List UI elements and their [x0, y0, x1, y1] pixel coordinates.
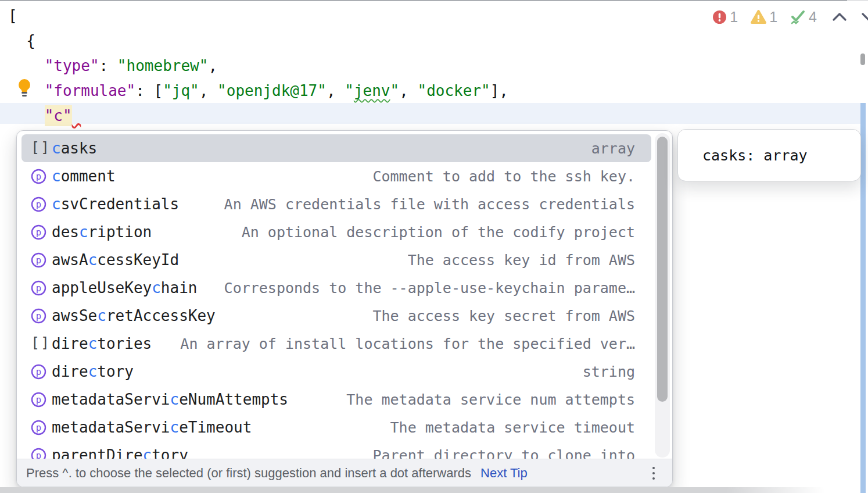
code-token: "formulae"	[45, 82, 136, 99]
code-token: "	[345, 82, 354, 99]
warning-icon[interactable]	[751, 10, 766, 24]
completion-item-parentDirectory[interactable]: p parentDirectory Parent directory to cl…	[21, 441, 651, 460]
completion-item-hint: The metadata service num attempts	[346, 391, 635, 408]
svg-text:p: p	[36, 283, 41, 294]
completion-item-comment[interactable]: p comment Comment to add to the ssh key.	[21, 162, 651, 190]
property-icon: p	[31, 280, 46, 296]
svg-text:p: p	[36, 199, 41, 210]
code-token: :	[99, 57, 117, 74]
completion-list: [] casks array p comment Comment to add …	[17, 131, 672, 460]
footer-tip-text: Press ^. to choose the selected (or firs…	[26, 466, 471, 481]
next-tip-link[interactable]: Next Tip	[480, 466, 528, 481]
completion-item-hint: The access key id from AWS	[408, 252, 635, 269]
code-token	[8, 107, 45, 124]
code-token: ,	[199, 82, 217, 99]
completion-item-label: description	[52, 223, 152, 241]
code-line[interactable]: "c"	[8, 103, 508, 128]
property-icon: p	[31, 364, 46, 380]
property-icon: p	[31, 308, 46, 324]
property-icon: p	[31, 169, 46, 184]
warning-count: 1	[769, 9, 777, 26]
completion-item-label: appleUseKeychain	[52, 279, 197, 296]
ok-count: 4	[809, 9, 817, 26]
completion-item-hint: An AWS credentials file with access cred…	[224, 196, 635, 213]
completion-popup: [] casks array p comment Comment to add …	[16, 130, 673, 487]
code-line[interactable]: {	[8, 28, 508, 53]
completion-item-hint: Corresponds to the --apple-use-keychain …	[224, 280, 635, 296]
svg-text:p: p	[36, 395, 41, 405]
completion-item-label: awsSecretAccessKey	[52, 307, 216, 324]
window-top-border	[0, 0, 847, 1]
completion-item-csvCredentials[interactable]: p csvCredentials An AWS credentials file…	[21, 190, 651, 218]
code-token: "homebrew"	[117, 57, 209, 74]
completion-item-label: csvCredentials	[52, 195, 179, 213]
property-icon: p	[31, 197, 46, 212]
code-token: ,	[327, 82, 345, 99]
completion-item-hint: Parent directory to clone into	[372, 447, 635, 460]
inspections-widget[interactable]: 1 1 4	[700, 8, 868, 26]
completion-item-label: casks	[52, 140, 97, 157]
property-icon: p	[31, 252, 46, 268]
property-icon: p	[31, 224, 46, 240]
code-token: ],	[490, 82, 508, 99]
code-token: ,	[399, 82, 417, 99]
svg-text:p: p	[36, 423, 41, 433]
code-token: jenv	[354, 82, 390, 99]
array-icon: []	[31, 139, 51, 156]
code-token: : [	[135, 82, 163, 99]
code-token: "openjdk@17"	[217, 82, 327, 99]
doc-popup-text: casks: array	[678, 147, 808, 164]
editor-code-area[interactable]: [ { "type": "homebrew", "formulae": ["jq…	[8, 3, 508, 128]
error-squiggle	[72, 107, 81, 124]
completion-item-hint: The access key secret from AWS	[372, 308, 635, 324]
chevron-up-icon[interactable]	[832, 11, 847, 23]
completion-item-label: directories	[52, 335, 152, 352]
completion-item-metadataServiceTimeout[interactable]: p metadataServiceTimeout The metadata se…	[21, 413, 651, 441]
completion-item-label: parentDirectory	[52, 446, 188, 460]
completion-item-directory[interactable]: p directory string	[21, 358, 651, 385]
completion-item-label: comment	[52, 167, 116, 185]
code-token: "	[390, 82, 400, 99]
completion-item-metadataServiceNumAttempts[interactable]: p metadataServiceNumAttempts The metadat…	[21, 385, 651, 413]
typo-ok-icon[interactable]	[790, 9, 806, 25]
property-icon: p	[31, 448, 46, 460]
completion-scrollbar-thumb[interactable]	[657, 137, 668, 402]
kebab-menu-icon[interactable]	[648, 465, 659, 482]
bottom-edge-strip	[0, 487, 868, 493]
completion-item-casks[interactable]: [] casks array	[21, 134, 651, 162]
code-token	[8, 57, 45, 74]
completion-footer: Press ^. to choose the selected (or firs…	[17, 459, 672, 487]
chevron-down-icon[interactable]	[861, 11, 868, 23]
completion-item-description[interactable]: p description An optional description of…	[21, 218, 651, 246]
completion-item-hint: An array of install locations for the sp…	[180, 335, 635, 352]
code-line[interactable]: "type": "homebrew",	[8, 53, 508, 78]
completion-item-label: awsAccessKeyId	[52, 251, 179, 269]
code-token: {	[8, 32, 35, 49]
code-token: "jq"	[163, 82, 199, 99]
editor-right-margin-strip	[860, 103, 866, 493]
code-token: "docker"	[417, 82, 490, 99]
completion-item-label: directory	[52, 363, 134, 380]
error-count: 1	[730, 9, 738, 26]
completion-item-directories[interactable]: [] directories An array of install locat…	[21, 330, 651, 358]
completion-item-appleUseKeychain[interactable]: p appleUseKeychain Corresponds to the --…	[21, 274, 651, 302]
completion-item-hint: Comment to add to the ssh key.	[372, 168, 635, 185]
svg-text:p: p	[36, 227, 41, 238]
svg-text:p: p	[36, 172, 41, 182]
completion-item-awsSecretAccessKey[interactable]: p awsSecretAccessKey The access key secr…	[21, 302, 651, 330]
svg-text:p: p	[36, 367, 41, 377]
property-icon: p	[31, 420, 46, 435]
completion-item-label: metadataServiceTimeout	[52, 419, 252, 436]
completion-item-hint: The metadata service timeout	[390, 419, 635, 436]
lightbulb-icon[interactable]	[17, 78, 32, 98]
code-line[interactable]: [	[8, 3, 508, 28]
completion-item-label: metadataServiceNumAttempts	[52, 391, 288, 408]
editor-scrollbar-thumb[interactable]	[860, 53, 865, 65]
code-line[interactable]: "formulae": ["jq", "openjdk@17", "jenv",…	[8, 78, 508, 103]
window-top-border-light	[847, 0, 868, 1]
completion-item-hint: An optional description of the codify pr…	[242, 224, 635, 241]
error-icon[interactable]	[712, 10, 727, 24]
svg-text:p: p	[36, 311, 41, 321]
svg-text:p: p	[36, 255, 41, 266]
completion-item-awsAccessKeyId[interactable]: p awsAccessKeyId The access key id from …	[21, 246, 651, 274]
